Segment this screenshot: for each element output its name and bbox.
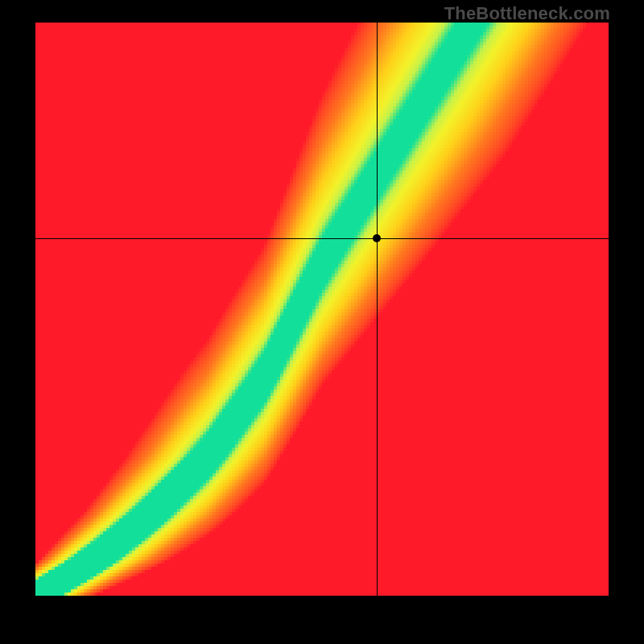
crosshair-horizontal [35,238,609,239]
chart-frame: TheBottleneck.com [0,0,644,644]
crosshair-vertical [377,23,378,596]
watermark-text: TheBottleneck.com [444,3,610,24]
plot-area [35,23,609,596]
heatmap-canvas [35,23,609,596]
